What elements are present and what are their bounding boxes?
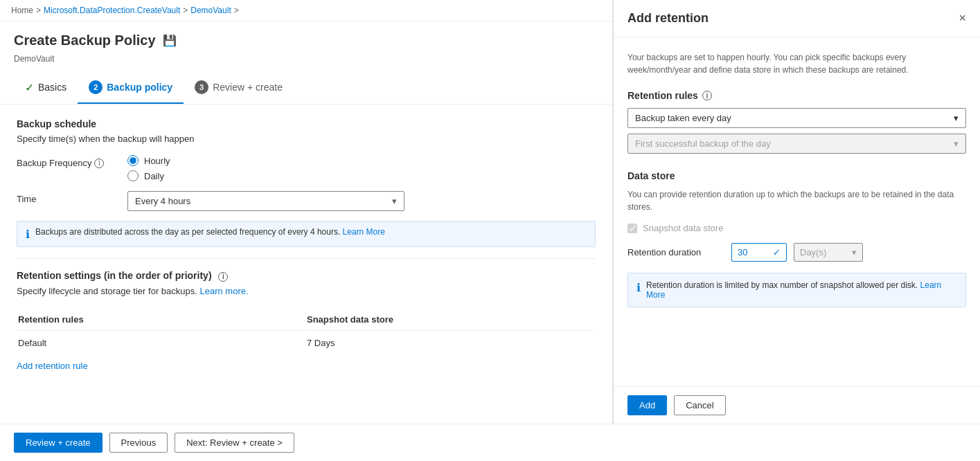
radio-daily[interactable]: Daily <box>127 170 596 181</box>
dropdown1-value: Backup taken every day <box>635 113 731 123</box>
breadcrumb-create-vault[interactable]: Microsoft.DataProtection.CreateVault <box>44 6 180 15</box>
save-icon[interactable]: 💾 <box>163 34 177 47</box>
tab-backup-policy[interactable]: 2 Backup policy <box>78 72 184 104</box>
info-circle-icon: ℹ <box>26 228 30 241</box>
divider <box>17 258 596 259</box>
duration-unit-dropdown[interactable]: Day(s) ▾ <box>794 243 863 262</box>
retention-settings-title: Retention settings (in the order of prio… <box>17 270 596 282</box>
retention-info-icon: i <box>218 272 228 282</box>
duration-unit-caret: ▾ <box>852 247 857 257</box>
page-subtitle: DemoVault <box>0 54 612 72</box>
backup-policy-num: 2 <box>89 80 103 94</box>
duration-unit-value: Day(s) <box>800 247 826 257</box>
time-label: Time <box>17 191 127 204</box>
schedule-info-box: ℹ Backups are distributed across the day… <box>17 221 596 247</box>
breadcrumb-sep1: > <box>36 6 41 15</box>
backup-schedule-desc: Specify time(s) when the backup will hap… <box>17 134 596 144</box>
schedule-info-text: Backups are distributed across the day a… <box>35 227 385 237</box>
learn-more-link[interactable]: Learn More <box>343 227 385 237</box>
page-footer: Review + create Previous Next: Review + … <box>0 424 980 461</box>
radio-hourly-label: Hourly <box>144 156 170 166</box>
col-header-store: Snapshot data store <box>307 309 594 331</box>
retention-desc: Specify lifecycle and storage tier for b… <box>17 286 596 296</box>
breadcrumb-sep2: > <box>183 6 188 15</box>
tab-backup-policy-label: Backup policy <box>107 82 172 93</box>
tab-review-create-label: Review + create <box>213 82 283 93</box>
cancel-button[interactable]: Cancel <box>674 395 725 415</box>
table-row: Default 7 Days <box>18 332 594 354</box>
snapshot-checkbox-label: Snapshot data store <box>643 223 723 233</box>
radio-daily-input[interactable] <box>127 170 139 181</box>
radio-hourly[interactable]: Hourly <box>127 155 596 166</box>
panel-description: Your backups are set to happen hourly. Y… <box>627 51 966 76</box>
panel-footer: Add Cancel <box>614 386 980 424</box>
panel-header: Add retention × <box>614 0 980 37</box>
breadcrumb: Home > Microsoft.DataProtection.CreateVa… <box>0 0 612 21</box>
col-header-rule: Retention rules <box>18 309 305 331</box>
time-dropdown[interactable]: Every 4 hours ▾ <box>127 191 404 211</box>
retention-duration-label: Retention duration <box>627 247 724 257</box>
frequency-info-icon: i <box>94 159 104 168</box>
page-title: Create Backup Policy <box>14 33 156 48</box>
add-button[interactable]: Add <box>627 395 667 415</box>
radio-hourly-input[interactable] <box>127 155 139 166</box>
retention-limit-icon: ℹ <box>636 281 641 294</box>
duration-number: 30 <box>738 247 747 257</box>
frequency-radio-group: Hourly Daily <box>127 155 596 181</box>
tab-basics-label: Basics <box>38 82 66 93</box>
backup-schedule-title: Backup schedule <box>17 118 596 129</box>
tab-review-create[interactable]: 3 Review + create <box>184 72 294 104</box>
page-header: Create Backup Policy 💾 <box>0 21 612 54</box>
retention-rules-dropdown1[interactable]: Backup taken every day ▾ <box>627 108 966 128</box>
rule-store: 7 Days <box>307 332 594 354</box>
breadcrumb-demo-vault[interactable]: DemoVault <box>190 6 231 15</box>
retention-rules-section-title: Retention rules i <box>627 90 966 101</box>
data-store-desc: You can provide retention duration up to… <box>627 188 966 213</box>
rule-name: Default <box>18 332 305 354</box>
time-dropdown-caret: ▾ <box>392 196 397 206</box>
snapshot-checkbox-row: Snapshot data store <box>627 223 966 233</box>
next-button[interactable]: Next: Review + create > <box>175 433 294 453</box>
tab-basics[interactable]: ✓ Basics <box>14 73 78 104</box>
add-retention-rule-link[interactable]: Add retention rule <box>17 361 88 371</box>
time-dropdown-value: Every 4 hours <box>135 196 190 206</box>
duration-value-input[interactable]: 30 ✓ <box>731 243 787 262</box>
review-create-button-footer[interactable]: Review + create <box>14 433 103 453</box>
dropdown1-caret: ▾ <box>954 113 959 123</box>
data-store-title: Data store <box>627 170 966 181</box>
breadcrumb-sep3: > <box>234 6 239 15</box>
data-store-section: Data store You can provide retention dur… <box>627 170 966 307</box>
panel-close-button[interactable]: × <box>959 11 966 26</box>
retention-duration-row: Retention duration 30 ✓ Day(s) ▾ <box>627 243 966 262</box>
review-create-num: 3 <box>195 80 208 94</box>
breadcrumb-home[interactable]: Home <box>11 6 33 15</box>
retention-rules-info-icon: i <box>702 91 712 100</box>
basics-check-icon: ✓ <box>25 81 34 94</box>
radio-daily-label: Daily <box>144 171 164 181</box>
dropdown2-value: First successful backup of the day <box>635 138 771 149</box>
retention-learn-more[interactable]: Learn more. <box>199 286 248 296</box>
snapshot-checkbox <box>627 224 637 233</box>
previous-button[interactable]: Previous <box>109 433 168 453</box>
backup-frequency-label: Backup Frequency i <box>17 155 127 168</box>
retention-rules-dropdown2[interactable]: First successful backup of the day ▾ <box>627 134 966 154</box>
retention-limit-info: ℹ Retention duration is limited by max n… <box>627 273 966 307</box>
backup-frequency-row: Backup Frequency i Hourly Daily <box>17 155 596 181</box>
time-row: Time Every 4 hours ▾ <box>17 191 596 211</box>
wizard-tabs: ✓ Basics 2 Backup policy 3 Review + crea… <box>0 72 612 105</box>
duration-check-icon: ✓ <box>773 247 781 257</box>
panel-body: Your backups are set to happen hourly. Y… <box>614 37 980 386</box>
dropdown2-caret: ▾ <box>954 138 959 149</box>
retention-table: Retention rules Snapshot data store Defa… <box>17 307 596 355</box>
panel-title: Add retention <box>627 11 709 26</box>
